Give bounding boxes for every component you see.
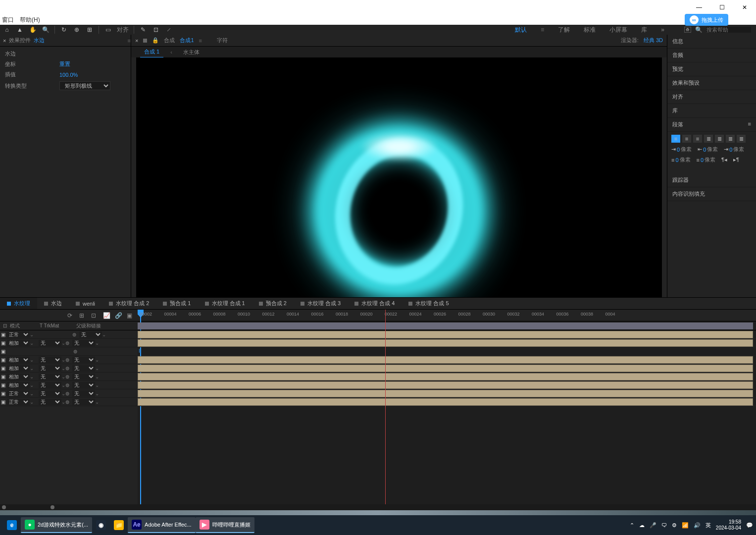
zoom-in-knob[interactable] (50, 505, 54, 509)
timeline-tab[interactable]: 水纹理 合成 1 (198, 298, 252, 309)
search-help-input[interactable] (706, 27, 751, 33)
justify-last-left-button[interactable]: ≣ (704, 135, 713, 143)
tray-mic-icon[interactable]: 🎤 (650, 522, 656, 529)
timeline-track[interactable] (138, 364, 756, 373)
layer-row[interactable]: ▣相加⌄无⌄⊚无⌄ (0, 381, 138, 389)
tray-ime[interactable]: 英 (706, 522, 711, 529)
timeline-tab[interactable]: 水边 (37, 298, 69, 309)
rect-tool-icon[interactable]: ▭ (104, 26, 112, 34)
timeline-track[interactable] (138, 330, 756, 339)
trkmat-select[interactable]: 无 (39, 390, 61, 397)
prop-interpolation-value[interactable]: 100.0% (59, 72, 78, 78)
timeline-track[interactable] (138, 356, 756, 364)
hand-tool-icon[interactable]: ✋ (29, 26, 37, 34)
timeline-tab[interactable]: 水纹理 合成 2 (102, 298, 156, 309)
panel-preview[interactable]: 预览 (667, 62, 756, 76)
graph-icon[interactable]: 📈 (103, 312, 110, 319)
zoom-out-knob[interactable] (2, 505, 6, 509)
tab-close-icon[interactable]: × (135, 38, 138, 44)
panel-menu-icon[interactable]: ≡ (199, 38, 202, 44)
layer-row[interactable]: ▣⊚ (0, 347, 138, 356)
timeline-track[interactable] (138, 339, 756, 347)
panel-content-aware[interactable]: 内容识别填充 (667, 187, 756, 201)
blend-mode-select[interactable]: 正常 (7, 399, 30, 405)
selection-tool-icon[interactable]: ▲ (16, 26, 24, 34)
render-queue-icon[interactable]: ▣ (127, 312, 134, 319)
layer-clip[interactable] (138, 339, 753, 347)
taskbar-app-wechat[interactable]: ●2d游戏特效水元素(... (21, 517, 92, 533)
indent-firstline[interactable]: ⇤0像素 (698, 146, 718, 153)
taskbar-app-edge[interactable]: e (3, 517, 21, 533)
indent-left[interactable]: ⇥0像素 (671, 146, 692, 153)
home-icon[interactable]: ⟰ (684, 27, 691, 33)
link-icon[interactable]: 🔗 (115, 312, 122, 319)
close-button[interactable]: ✕ (733, 0, 756, 15)
parent-select[interactable]: 无 (72, 390, 95, 397)
blend-mode-select[interactable]: 正常 (7, 390, 30, 397)
layer-clip[interactable] (138, 398, 753, 406)
prop-coord-value[interactable]: 重置 (59, 60, 70, 68)
tray-network-icon[interactable]: 📶 (682, 522, 689, 529)
layer-row[interactable]: ▣相加⌄无⌄⊚无⌄ (0, 356, 138, 364)
blend-mode-select[interactable]: 相加 (7, 357, 30, 363)
taskbar-clock[interactable]: 19:58 2024-03-04 (716, 519, 741, 531)
layer-clip[interactable] (138, 331, 753, 338)
trkmat-select[interactable]: 无 (39, 399, 61, 405)
trkmat-select[interactable]: 无 (39, 340, 61, 346)
layer-clip[interactable] (138, 390, 753, 397)
taskbar-app-bilibili[interactable]: ▶哔哩哔哩直播姬 (196, 517, 254, 533)
minimize-button[interactable]: — (688, 0, 710, 15)
workspace-learn[interactable]: 了解 (558, 26, 570, 34)
parent-select[interactable]: 无 (72, 365, 95, 372)
frame-blend-icon[interactable]: ⊞ (79, 312, 86, 319)
flow-comp1[interactable]: 合成 1 (140, 47, 163, 58)
parent-select[interactable]: 无 (72, 357, 95, 363)
panel-menu-icon[interactable]: ≡ (128, 38, 131, 44)
text-tool-icon[interactable]: ⊡ (152, 26, 160, 34)
align-left-button[interactable]: ≡ (671, 135, 680, 143)
layer-row[interactable]: ▣相加⌄无⌄⊚无⌄ (0, 373, 138, 381)
tray-volume-icon[interactable]: 🔊 (694, 522, 701, 529)
layer-row[interactable]: ▣正常⌄⊚无⌄ (0, 330, 138, 339)
panel-tracker[interactable]: 跟踪器 (667, 173, 756, 187)
timeline-track[interactable] (138, 381, 756, 389)
layer-row[interactable]: ▣正常⌄无⌄⊚无⌄ (0, 398, 138, 406)
taskbar-app-steam[interactable]: ◉ (92, 517, 110, 533)
panel-align[interactable]: 对齐 (667, 90, 756, 104)
menu-help[interactable]: 帮助(H) (20, 16, 40, 24)
prop-conversion-select[interactable]: 矩形到极线 (59, 81, 110, 90)
workspace-default[interactable]: 默认 (515, 26, 527, 34)
timeline-zoom-scroll[interactable] (0, 504, 756, 510)
workspace-overflow-icon[interactable]: » (661, 26, 664, 33)
tray-chat-icon[interactable]: 🗨 (661, 522, 667, 528)
shy-icon[interactable]: ⟳ (67, 312, 74, 319)
taskbar-app-after-effects[interactable]: AeAdobe After Effec... (128, 517, 196, 533)
col-mode[interactable]: 模式 (10, 322, 40, 329)
timeline-tab[interactable]: 水纹理 合成 4 (348, 298, 402, 309)
timeline-tracks[interactable]: 0000200004000060000800010000120001400016… (138, 310, 756, 504)
trkmat-select[interactable]: 无 (39, 382, 61, 388)
layer-row[interactable]: ▣相加⌄无⌄⊚无⌄ (0, 364, 138, 373)
pen-tool-icon[interactable]: ✎ (139, 26, 147, 34)
tray-chevron-icon[interactable]: ⌃ (630, 522, 634, 529)
layer-clip[interactable] (138, 365, 753, 372)
menu-window[interactable]: 窗口 (2, 16, 14, 24)
blend-mode-select[interactable]: 相加 (7, 340, 30, 346)
parent-select[interactable]: 无 (79, 331, 102, 338)
layer-clip[interactable] (138, 381, 753, 389)
justify-all-button[interactable]: ≣ (737, 135, 746, 143)
notification-icon[interactable]: 💬 (746, 522, 753, 529)
timeline-tab[interactable]: 水纹理 合成 5 (402, 298, 455, 309)
justify-last-center-button[interactable]: ≣ (715, 135, 724, 143)
timeline-track[interactable] (138, 398, 756, 406)
rotate-tool-icon[interactable]: ↻ (60, 26, 68, 34)
timeline-tab[interactable]: 预合成 2 (252, 298, 294, 309)
panel-info[interactable]: 信息 (667, 35, 756, 49)
timeline-tab[interactable]: 水纹理 (0, 298, 37, 309)
maximize-button[interactable]: ☐ (710, 0, 733, 15)
timeline-track[interactable] (138, 389, 756, 398)
col-parent[interactable]: 父级和链接 (76, 322, 101, 329)
flow-main[interactable]: 水主体 (179, 47, 203, 57)
tray-settings-icon[interactable]: ⚙ (672, 522, 677, 529)
align-right-button[interactable]: ≡ (693, 135, 702, 143)
